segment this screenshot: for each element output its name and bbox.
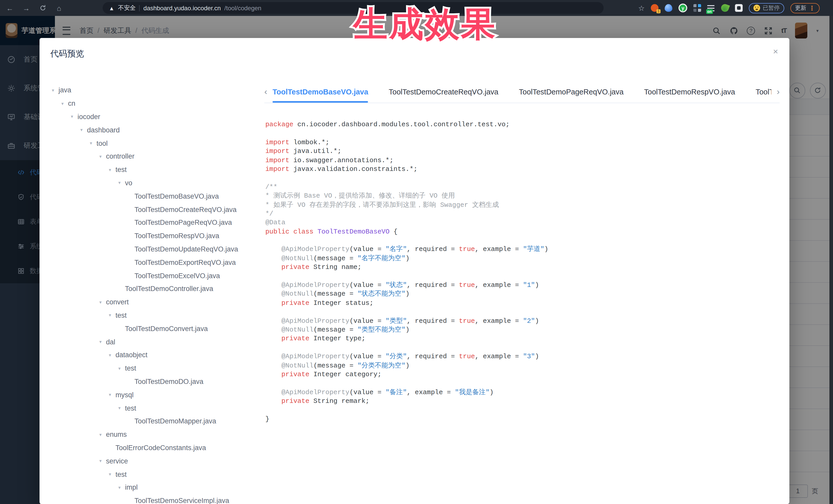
tree-file[interactable]: ToolTestDemoBaseVO.java (52, 190, 257, 203)
tree-file[interactable]: ToolTestDemoExcelVO.java (52, 269, 257, 282)
tree-node-label: dal (106, 338, 115, 346)
caret-down-icon[interactable]: ▾ (71, 114, 77, 119)
tree-node-label: enums (106, 431, 127, 438)
forward-icon[interactable]: → (22, 3, 31, 13)
tree-folder[interactable]: ▾iocoder (52, 110, 257, 123)
tree-file[interactable]: ToolTestDemoDO.java (52, 375, 257, 388)
code-line: @NotNull(message = "类型不能为空") (265, 326, 780, 334)
file-tab-ToolTestDemoRespVO.java[interactable]: ToolTestDemoRespVO.java (644, 81, 735, 103)
tree-node-label: iocoder (77, 113, 100, 121)
tree-file[interactable]: ToolTestDemoExportReqVO.java (52, 256, 257, 269)
code-line (265, 379, 780, 388)
caret-down-icon[interactable]: ▾ (118, 181, 125, 186)
caret-down-icon[interactable]: ▾ (80, 127, 87, 133)
tree-node-label: service (106, 457, 128, 465)
caret-down-icon[interactable]: ▾ (99, 432, 106, 437)
tree-node-label: test (125, 364, 136, 372)
tree-folder[interactable]: ▾vo (52, 176, 257, 190)
tree-folder[interactable]: ▾dashboard (52, 123, 257, 137)
browser-toolbar-right: ☆ 1 y on 已暂停 更新 ⋮ (638, 0, 820, 16)
kebab-menu-icon[interactable]: ⋮ (809, 4, 815, 11)
extension-plant-icon[interactable] (720, 3, 730, 13)
caret-down-icon[interactable]: ▾ (99, 458, 106, 463)
caret-down-icon[interactable]: ▾ (109, 313, 116, 318)
tree-file[interactable]: ToolTestDemoRespVO.java (52, 230, 257, 243)
tree-node-label: test (116, 166, 127, 173)
tree-folder[interactable]: ▾impl (52, 481, 257, 494)
extension-y-icon[interactable]: y (679, 4, 687, 12)
code-line: private String name; (265, 263, 780, 272)
tree-file[interactable]: ToolErrorCodeConstants.java (52, 441, 257, 454)
caret-down-icon[interactable]: ▾ (109, 392, 116, 397)
annotation-fill: 生成效果 (353, 1, 497, 48)
tree-file[interactable]: ToolTestDemoController.java (52, 282, 257, 296)
caret-down-icon[interactable]: ▾ (109, 472, 116, 477)
code-line: private Integer type; (265, 334, 780, 343)
tree-folder[interactable]: ▾service (52, 454, 257, 468)
caret-down-icon[interactable]: ▾ (109, 353, 116, 358)
tree-folder[interactable]: ▾enums (52, 428, 257, 441)
reload-icon[interactable] (38, 3, 47, 13)
tree-folder[interactable]: ▾test (52, 309, 257, 322)
tabs-scroll-left-icon[interactable]: ‹ (264, 81, 272, 103)
tree-node-label: ToolTestDemoRespVO.java (135, 232, 219, 240)
extension-on-badge: on (706, 9, 713, 14)
back-icon[interactable]: ← (5, 3, 15, 13)
tree-folder[interactable]: ▾dal (52, 335, 257, 349)
caret-down-icon[interactable]: ▾ (90, 141, 96, 146)
code-line: package cn.iocoder.dashboard.modules.too… (265, 120, 780, 129)
caret-down-icon[interactable]: ▾ (118, 485, 125, 490)
warning-icon: ▲ (109, 5, 115, 11)
caret-down-icon[interactable]: ▾ (52, 88, 58, 93)
caret-down-icon[interactable]: ▾ (99, 154, 106, 159)
divider (139, 5, 140, 11)
profile-paused-badge[interactable]: 已暂停 (749, 3, 784, 13)
caret-down-icon[interactable]: ▾ (61, 101, 68, 106)
tree-folder[interactable]: ▾test (52, 362, 257, 375)
code-line: @NotNull(message = "状态不能为空") (265, 290, 780, 299)
tree-node-label: impl (125, 484, 138, 491)
extension-list-icon[interactable]: on (707, 4, 715, 12)
tree-file[interactable]: ToolTestDemoCreateReqVO.java (52, 203, 257, 216)
file-tab-ToolTestDemoBaseVO.java[interactable]: ToolTestDemoBaseVO.java (272, 81, 368, 103)
code-line: private Integer status; (265, 299, 780, 308)
tree-folder[interactable]: ▾cn (52, 97, 257, 110)
security-label[interactable]: 不安全 (118, 4, 136, 12)
code-line: private Integer category; (265, 370, 780, 379)
caret-down-icon[interactable]: ▾ (109, 167, 116, 172)
tree-file[interactable]: ToolTestDemoServiceImpl.java (52, 494, 257, 504)
chrome-update-button[interactable]: 更新 ⋮ (790, 3, 820, 13)
caret-down-icon[interactable]: ▾ (118, 405, 125, 411)
file-tab-ToolTestDemoPageReqVO.java[interactable]: ToolTestDemoPageReqVO.java (519, 81, 624, 103)
tree-file[interactable]: ToolTestDemoConvert.java (52, 322, 257, 335)
tree-folder[interactable]: ▾mysql (52, 388, 257, 402)
tree-folder[interactable]: ▾tool (52, 137, 257, 150)
file-tab-ToolTe[interactable]: ToolTe (756, 81, 771, 103)
tree-folder[interactable]: ▾dataobject (52, 349, 257, 362)
caret-down-icon[interactable]: ▾ (118, 366, 125, 371)
tree-file[interactable]: ToolTestDemoMapper.java (52, 415, 257, 428)
tabs-scroll-right-icon[interactable]: › (771, 81, 780, 103)
close-icon[interactable]: × (773, 47, 778, 56)
code-line: import lombok.*; (265, 138, 780, 147)
home-icon[interactable]: ⌂ (54, 3, 64, 13)
bookmark-star-icon[interactable]: ☆ (638, 4, 645, 12)
tree-folder[interactable]: ▾test (52, 401, 257, 415)
tree-file[interactable]: ToolTestDemoPageReqVO.java (52, 216, 257, 230)
caret-down-icon[interactable]: ▾ (99, 299, 106, 305)
extension-ubuntu-icon[interactable]: 1 (651, 4, 659, 12)
code-line (265, 406, 780, 415)
extension-drop-icon[interactable] (665, 4, 672, 12)
extensions-puzzle-icon[interactable] (735, 4, 743, 12)
tree-folder[interactable]: ▾controller (52, 150, 257, 163)
tree-file[interactable]: ToolTestDemoUpdateReqVO.java (52, 242, 257, 256)
extension-grid-icon[interactable] (693, 4, 701, 12)
caret-down-icon[interactable]: ▾ (99, 339, 106, 344)
tree-folder[interactable]: ▾convert (52, 296, 257, 309)
tree-folder[interactable]: ▾test (52, 467, 257, 481)
code-line: private String remark; (265, 397, 780, 406)
file-tab-ToolTestDemoCreateReqVO.java[interactable]: ToolTestDemoCreateReqVO.java (389, 81, 498, 103)
tree-folder[interactable]: ▾test (52, 163, 257, 176)
code-line: public class ToolTestDemoBaseVO { (265, 227, 780, 236)
tree-folder[interactable]: ▾java (52, 83, 257, 97)
